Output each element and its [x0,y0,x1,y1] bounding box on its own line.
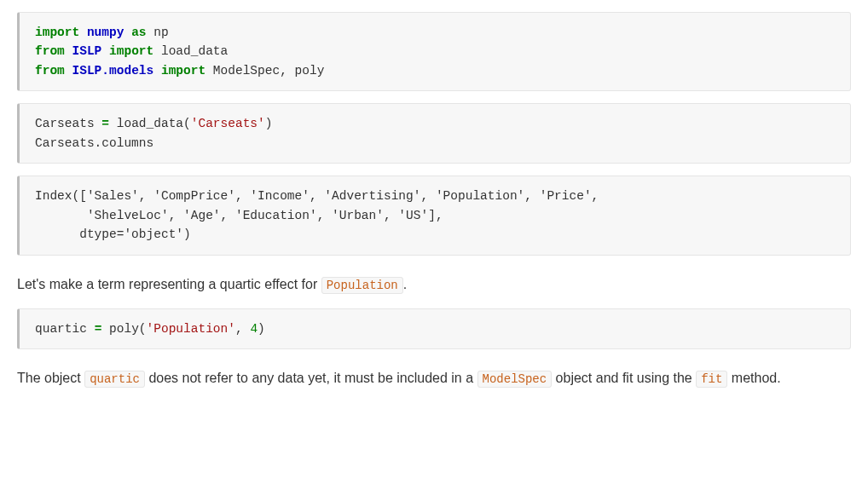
module-numpy: numpy [87,26,124,39]
code-cell-imports: import numpy as np from ISLP import load… [17,12,851,91]
call-load-data: load_data( [109,117,191,130]
comma: , [235,322,250,336]
keyword-from: from [35,44,65,58]
code-cell-quartic: quartic = poly('Population', 4) [17,308,851,349]
call-poly: poly( [101,322,146,336]
keyword-import: import [161,64,205,78]
inline-code-fit: fit [696,371,727,388]
keyword-import: import [35,26,79,39]
text: Let's make a term representing a quartic… [17,277,321,291]
comma: , [280,64,294,78]
prose-quartic-explain: The object quartic does not refer to any… [17,366,851,390]
name-poly: poly [295,64,325,78]
text: The object [17,371,84,385]
text: object and fit using the [552,371,696,385]
var-quartic: quartic [35,322,95,336]
inline-code-population: Population [321,277,403,294]
op-equals: = [101,117,109,130]
keyword-as: as [131,26,146,39]
string-population: 'Population' [147,322,235,336]
name-load-data: load_data [161,44,228,58]
text: does not refer to any data yet, it must … [145,371,477,385]
paren-close: ) [258,322,265,336]
inline-code-modelspec: ModelSpec [477,371,553,388]
string-carseats: 'Carseats' [191,117,265,130]
keyword-from: from [35,64,65,78]
alias-np: np [153,26,168,39]
keyword-import: import [109,44,153,58]
text: . [403,277,407,291]
text: method. [727,371,780,385]
expr-columns: Carseats.columns [35,136,153,150]
module-islp: ISLP [72,44,102,58]
module-islp-models: ISLP.models [72,64,154,78]
inline-code-quartic: quartic [84,371,145,388]
prose-quartic-intro: Let's make a term representing a quartic… [17,273,851,296]
number-four: 4 [250,322,258,336]
code-cell-load-carseats: Carseats = load_data('Carseats') Carseat… [17,103,851,164]
name-modelspec: ModelSpec [213,64,280,78]
paren-close: ) [265,117,273,130]
var-carseats: Carseats [35,117,101,130]
output-cell-columns: Index(['Sales', 'CompPrice', 'Income', '… [17,176,851,255]
